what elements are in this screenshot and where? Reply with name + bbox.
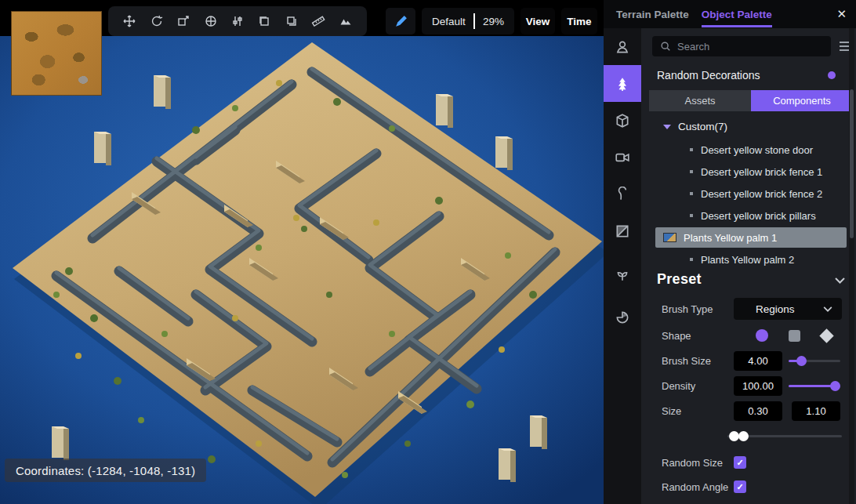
preset-section-title: Preset [657, 271, 702, 288]
move-icon[interactable] [119, 11, 140, 31]
size-min-value[interactable]: 0.30 [734, 401, 782, 421]
tree-item-label: Plants Yellow palm 2 [701, 254, 794, 266]
coordinates-readout: Coordinates: (-1284, -1048, -131) [5, 459, 206, 482]
ruler-icon[interactable] [308, 11, 328, 31]
stamp-icon[interactable] [173, 11, 194, 31]
tree-item[interactable]: Desert yellow brick pillars [641, 205, 856, 227]
tree-item-selected[interactable]: Plants Yellow palm 1 [655, 227, 847, 248]
sliders-icon[interactable] [227, 11, 248, 31]
scene-render[interactable] [0, 36, 604, 504]
viewport-toolbar [108, 6, 367, 36]
time-button[interactable]: Time [561, 8, 597, 34]
random-toggle-dot[interactable] [828, 71, 836, 79]
category-paths[interactable] [604, 176, 641, 212]
search-placeholder: Search [677, 41, 709, 53]
tab-object-palette[interactable]: Object Palette [702, 2, 772, 27]
render-mode-value[interactable]: Default [424, 16, 473, 27]
tree-group-custom[interactable]: Custom(7) [641, 116, 856, 139]
shape-label: Shape [662, 330, 691, 342]
category-audio[interactable] [604, 299, 641, 335]
brush-type-dropdown[interactable]: Regions [734, 298, 842, 320]
density-slider[interactable] [789, 375, 840, 397]
duplicate-icon[interactable] [281, 11, 302, 31]
render-mode-group[interactable]: Default 29% [422, 8, 514, 34]
category-effects[interactable] [604, 256, 641, 292]
collapse-triangle-icon [663, 125, 671, 129]
brush-tool-button[interactable] [386, 8, 415, 34]
item-bullet-icon [690, 148, 693, 151]
tree-item[interactable]: Desert yellow brick fence 1 [641, 161, 856, 183]
close-icon[interactable]: ✕ [836, 7, 847, 21]
item-bullet-icon [690, 192, 693, 195]
brush-size-slider[interactable] [789, 350, 840, 372]
tree-item[interactable]: Desert yellow stone door [641, 139, 856, 161]
tree-item[interactable]: Desert yellow brick fence 2 [641, 183, 856, 205]
item-bullet-icon [690, 170, 693, 173]
category-characters[interactable] [604, 28, 641, 65]
object-palette-panel: Terrain Palette Object Palette ✕ [604, 0, 856, 504]
minimap[interactable] [11, 11, 102, 96]
tab-terrain-palette[interactable]: Terrain Palette [616, 2, 689, 27]
shape-square-option[interactable] [789, 330, 800, 342]
copy-icon[interactable] [254, 11, 274, 31]
category-icon-strip [604, 28, 641, 504]
category-vegetation[interactable] [604, 65, 641, 102]
3d-viewport[interactable]: Default 29% View Time Coordinates: (-128… [0, 0, 604, 504]
tree-item-label: Desert yellow brick pillars [701, 210, 816, 222]
component-tree: Custom(7) Desert yellow stone door Deser… [641, 116, 856, 270]
random-angle-checkbox[interactable] [734, 480, 746, 493]
tree-item-label: Desert yellow stone door [701, 144, 813, 156]
zoom-level-value[interactable]: 29% [475, 16, 512, 27]
rotate-icon[interactable] [147, 11, 167, 31]
density-label: Density [662, 380, 695, 392]
range-knob-max[interactable] [738, 431, 749, 441]
orbit-icon[interactable] [201, 11, 221, 31]
search-icon [660, 41, 671, 52]
size-label: Size [662, 405, 681, 417]
brush-size-value[interactable]: 4.00 [734, 351, 782, 371]
random-size-label: Random Size [662, 457, 723, 469]
random-angle-label: Random Angle [662, 481, 728, 493]
section-title: Random Decorations [657, 69, 760, 82]
category-tiles[interactable] [604, 212, 641, 249]
brush-type-value: Regions [756, 303, 795, 315]
shape-circle-option[interactable] [756, 329, 768, 342]
category-props[interactable] [604, 102, 641, 139]
view-button[interactable]: View [520, 8, 555, 34]
panel-scrollbar[interactable] [849, 28, 854, 504]
shape-diamond-option[interactable] [819, 328, 833, 343]
terrain-paint-icon[interactable] [336, 11, 356, 31]
subtab-assets[interactable]: Assets [649, 90, 751, 111]
chevron-down-icon[interactable] [835, 273, 845, 287]
tree-item[interactable]: Plants Yellow palm 2 [641, 248, 856, 270]
tree-item-label: Desert yellow brick fence 2 [701, 188, 822, 200]
brush-type-label: Brush Type [662, 303, 713, 315]
item-thumbnail [663, 233, 676, 242]
tree-item-label: Desert yellow brick fence 1 [701, 166, 822, 178]
tree-group-label: Custom(7) [678, 121, 727, 132]
brush-size-label: Brush Size [662, 355, 711, 367]
search-input[interactable]: Search [652, 36, 831, 56]
subtab-components[interactable]: Components [751, 90, 853, 111]
item-bullet-icon [690, 258, 693, 261]
density-value[interactable]: 100.00 [734, 376, 782, 396]
tree-item-label: Plants Yellow palm 1 [684, 232, 777, 244]
chevron-down-icon [823, 306, 832, 312]
random-size-checkbox[interactable] [734, 456, 746, 469]
palette-content: Search Random Decorations Assets Compone… [641, 28, 856, 504]
palette-header: Terrain Palette Object Palette ✕ [604, 0, 856, 28]
size-max-value[interactable]: 1.10 [792, 401, 840, 421]
editor-window: Default 29% View Time Coordinates: (-128… [0, 0, 856, 504]
scrollbar-thumb[interactable] [850, 89, 854, 238]
category-camera[interactable] [604, 139, 641, 176]
size-range-slider[interactable] [727, 425, 842, 447]
item-bullet-icon [690, 214, 693, 217]
